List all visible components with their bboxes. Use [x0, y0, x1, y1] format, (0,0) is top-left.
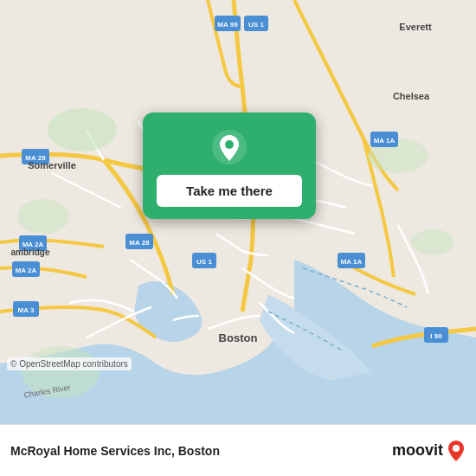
svg-text:Somerville: Somerville — [28, 160, 76, 170]
moovit-logo-icon — [447, 440, 466, 462]
svg-point-4 — [411, 229, 454, 255]
svg-text:MA 2A: MA 2A — [16, 267, 37, 274]
svg-text:MA 28: MA 28 — [129, 239, 150, 247]
take-me-there-button[interactable]: Take me there — [157, 175, 302, 207]
popup-card: Take me there — [143, 113, 316, 219]
svg-text:MA 1A: MA 1A — [374, 137, 396, 145]
svg-text:ambridge: ambridge — [10, 248, 49, 257]
svg-text:MA 3: MA 3 — [18, 306, 35, 314]
svg-text:MA 1A: MA 1A — [341, 258, 363, 266]
svg-text:US 1: US 1 — [196, 258, 212, 266]
svg-text:US 1: US 1 — [248, 21, 264, 29]
svg-point-35 — [225, 140, 234, 149]
location-pin-icon — [210, 128, 248, 166]
moovit-brand-text: moovit — [392, 441, 443, 460]
map-container[interactable]: MA 99 US 1 MA 28 MA 28 US 1 MA 1A MA 1A … — [0, 0, 476, 424]
svg-text:Everett: Everett — [399, 22, 432, 32]
svg-text:I 90: I 90 — [430, 332, 442, 340]
map-attribution: © OpenStreetMap contributors — [7, 357, 132, 370]
svg-point-36 — [453, 445, 460, 452]
svg-text:Chelsea: Chelsea — [393, 91, 430, 101]
svg-text:MA 99: MA 99 — [217, 21, 238, 29]
svg-text:Boston: Boston — [219, 331, 258, 344]
bottom-bar: McRoyal Home Services Inc, Boston moovit — [0, 424, 476, 476]
moovit-logo: moovit — [392, 440, 466, 462]
svg-point-1 — [48, 108, 117, 151]
location-title: McRoyal Home Services Inc, Boston — [10, 444, 392, 458]
svg-point-2 — [17, 199, 69, 234]
